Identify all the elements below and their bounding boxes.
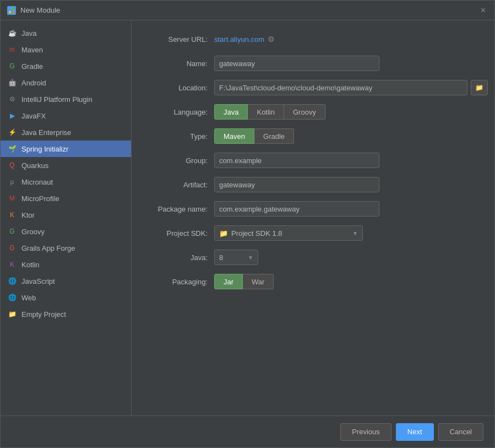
sidebar-item-label-android: Android [21,79,46,87]
sdk-dropdown-arrow: ▼ [352,230,358,236]
sidebar-item-javafx[interactable]: ▶JavaFX [1,107,131,124]
language-groovy-button[interactable]: Groovy [284,104,325,120]
sidebar-item-intellij[interactable]: ⚙IntelliJ Platform Plugin [1,91,131,107]
next-button[interactable]: Next [396,423,434,441]
sidebar-item-label-maven: Maven [21,46,43,54]
previous-button[interactable]: Previous [340,423,391,441]
packaging-war-button[interactable]: War [243,274,274,289]
web-icon: 🌐 [7,293,17,303]
grails-icon: G [7,243,17,253]
sidebar-item-grails[interactable]: GGrails App Forge [1,240,131,256]
language-java-button[interactable]: Java [214,104,248,120]
sidebar-item-label-microprofile: MicroProfile [21,195,59,203]
sidebar: ☕JavamMavenGGradle🤖Android⚙IntelliJ Plat… [1,20,132,415]
language-row: Language: Java Kotlin Groovy [148,104,478,120]
svg-rect-1 [12,8,14,10]
project-sdk-label: Project SDK: [148,229,214,238]
sidebar-item-ktor[interactable]: KKtor [1,207,131,223]
sidebar-item-label-empty: Empty Project [21,310,66,319]
name-label: Name: [148,60,214,68]
svg-rect-0 [9,8,11,10]
dialog-icon [7,6,16,15]
project-sdk-value: 📁 Project SDK 1.8 ▼ [214,225,478,241]
artifact-input[interactable] [214,177,379,192]
group-label: Group: [148,156,214,165]
microprofile-icon: M [7,193,17,203]
project-sdk-text: Project SDK 1.8 [231,229,282,238]
folder-icon: 📁 [219,229,228,238]
settings-icon[interactable]: ⚙ [268,35,275,44]
browse-button[interactable]: 📁 [471,80,488,95]
type-maven-button[interactable]: Maven [214,128,254,144]
sidebar-item-label-groovy: Groovy [21,228,45,236]
sidebar-item-web[interactable]: 🌐Web [1,289,131,306]
sidebar-item-javaenterprise[interactable]: ⚡Java Enterprise [1,124,131,141]
maven-icon: m [7,45,17,55]
close-button[interactable]: × [478,5,488,16]
javaenterprise-icon: ⚡ [7,127,17,137]
sidebar-item-label-quarkus: Quarkus [21,161,48,170]
svg-rect-2 [9,11,11,13]
sidebar-item-quarkus[interactable]: QQuarkus [1,157,131,174]
project-sdk-row: Project SDK: 📁 Project SDK 1.8 ▼ [148,225,478,241]
name-value [214,56,478,71]
sidebar-item-label-kotlin: Kotlin [21,261,40,269]
java-value: 8 ▼ [214,250,478,265]
artifact-value [214,177,478,192]
name-input[interactable] [214,56,379,71]
javafx-icon: ▶ [7,111,17,121]
java-dropdown-arrow: ▼ [248,255,253,261]
language-value: Java Kotlin Groovy [214,104,478,120]
artifact-row: Artifact: [148,177,478,192]
dialog-footer: Previous Next Cancel [1,415,494,447]
sidebar-item-javascript[interactable]: 🌐JavaScript [1,273,131,289]
language-toggle-group: Java Kotlin Groovy [214,104,325,120]
sidebar-item-maven[interactable]: mMaven [1,41,131,58]
package-name-label: Package name: [148,205,214,213]
sidebar-item-microprofile[interactable]: MMicroProfile [1,190,131,207]
location-value: 📁 [214,80,488,95]
sidebar-item-java[interactable]: ☕Java [1,25,131,41]
type-toggle-group: Maven Gradle [214,128,294,144]
group-value [214,153,478,168]
language-kotlin-button[interactable]: Kotlin [248,104,284,120]
packaging-value: Jar War [214,274,478,289]
sidebar-item-groovy[interactable]: GGroovy [1,223,131,240]
type-gradle-button[interactable]: Gradle [254,128,294,144]
packaging-jar-button[interactable]: Jar [214,274,243,289]
sidebar-item-label-javafx: JavaFX [21,112,46,120]
cancel-button[interactable]: Cancel [438,423,483,441]
packaging-toggle-group: Jar War [214,274,274,289]
location-input[interactable] [214,80,467,95]
sidebar-item-label-micronaut: Micronaut [21,178,53,186]
type-value: Maven Gradle [214,128,478,144]
sidebar-item-kotlin[interactable]: KKotlin [1,256,131,273]
project-sdk-dropdown[interactable]: 📁 Project SDK 1.8 ▼ [214,225,363,241]
javascript-icon: 🌐 [7,276,17,286]
quarkus-icon: Q [7,160,17,170]
package-name-input[interactable] [214,201,379,217]
server-url-value: start.aliyun.com ⚙ [214,35,478,44]
sidebar-item-label-javaenterprise: Java Enterprise [21,128,71,137]
dialog-body: ☕JavamMavenGGradle🤖Android⚙IntelliJ Plat… [1,20,494,415]
groovy-icon: G [7,226,17,236]
group-row: Group: [148,153,478,168]
intellij-icon: ⚙ [7,94,17,104]
server-url-link[interactable]: start.aliyun.com [214,35,264,44]
sidebar-item-gradle[interactable]: GGradle [1,58,131,74]
sidebar-item-spring[interactable]: 🌱Spring Initializr [1,141,131,157]
empty-icon: 📁 [7,309,17,319]
sidebar-item-label-javascript: JavaScript [21,277,55,285]
java-version-dropdown[interactable]: 8 ▼ [214,250,258,265]
group-input[interactable] [214,153,379,168]
sidebar-item-micronaut[interactable]: μMicronaut [1,174,131,190]
new-module-dialog: New Module × ☕JavamMavenGGradle🤖Android⚙… [0,0,495,448]
sidebar-item-label-grails: Grails App Forge [21,244,75,252]
sidebar-item-empty[interactable]: 📁Empty Project [1,306,131,322]
spring-icon: 🌱 [7,144,17,154]
kotlin-icon: K [7,260,17,269]
sidebar-item-label-ktor: Ktor [21,211,35,219]
ktor-icon: K [7,210,17,220]
java-icon: ☕ [7,28,17,38]
sidebar-item-android[interactable]: 🤖Android [1,74,131,91]
